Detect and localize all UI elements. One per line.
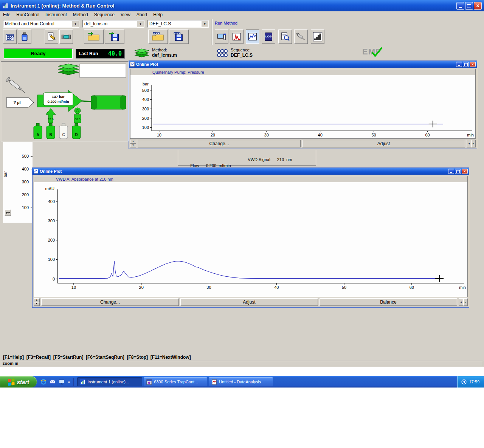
trapcontrol-task-icon: [146, 379, 152, 385]
minimize-button[interactable]: [456, 2, 464, 10]
maximize-button[interactable]: [465, 2, 473, 10]
clock: 17:59: [469, 380, 479, 384]
svg-text:40: 40: [318, 133, 323, 137]
pressure-chart[interactable]: 100200300400500102030405060barmin: [130, 76, 475, 138]
bottle-fill-button[interactable]: [18, 29, 31, 44]
plot1-change-button[interactable]: Change...: [138, 140, 301, 147]
svg-text:60: 60: [425, 133, 430, 137]
taskbar-task-instrument[interactable]: Instrument 1 (online)...: [77, 377, 142, 386]
save-sequence-icon: [171, 31, 186, 42]
online-plot-button[interactable]: [246, 29, 259, 44]
spin-down-icon[interactable]: ▼: [130, 144, 136, 147]
solvent-bottle-d[interactable]: D: [72, 123, 81, 139]
taskbar-task-dataanalysis[interactable]: Untitled - DataAnalysis: [209, 377, 273, 386]
internet-explorer-icon[interactable]: [40, 379, 47, 385]
plot1-xscroll-spinner[interactable]: ◄ ►: [467, 140, 476, 147]
spin-down-icon[interactable]: ▼: [34, 302, 40, 306]
menu-sequence[interactable]: Sequence: [91, 12, 118, 18]
sample-tray-button[interactable]: [3, 29, 17, 44]
report-preview-button[interactable]: [278, 29, 292, 44]
menu-runcontrol[interactable]: RunControl: [13, 12, 42, 18]
column-settings-button[interactable]: [59, 29, 73, 44]
bottle-c-label: C: [62, 133, 65, 137]
view-selector-dropdown-icon[interactable]: ▼: [72, 20, 79, 27]
plot1-close-button[interactable]: ×: [470, 62, 476, 67]
plot2-xscroll-spinner[interactable]: ◄ ►: [459, 298, 468, 306]
gradient-button[interactable]: [311, 29, 324, 44]
online-plot-window-icon: [130, 62, 135, 67]
spin-right-icon[interactable]: ►: [463, 298, 468, 306]
sequence-selector-value: DEF_LC.S: [149, 21, 171, 26]
sequence-tray-icon[interactable]: [216, 48, 228, 58]
ready-status[interactable]: Ready: [4, 48, 73, 59]
start-button[interactable]: start: [0, 376, 37, 388]
solvent-bottle-a[interactable]: A: [34, 123, 42, 139]
spin-up-icon[interactable]: ▲: [130, 140, 136, 144]
close-button[interactable]: ×: [474, 2, 482, 10]
load-method-button[interactable]: [84, 29, 104, 44]
spin-up-icon[interactable]: ▲: [34, 298, 40, 302]
emf-indicator[interactable]: EMF: [362, 47, 386, 59]
chemstation-window: Instrument 1 (online): Method & Run Cont…: [0, 0, 484, 367]
vwd-chart[interactable]: 0100200300400102030405060mAUmin: [34, 183, 467, 297]
plot2-balance-button[interactable]: Balance: [320, 298, 457, 306]
solvent-bottle-b[interactable]: B: [47, 123, 55, 139]
plot1-maximize-button[interactable]: [463, 62, 469, 67]
method-selector[interactable]: def_lcms.m ▼: [82, 20, 144, 28]
plot2-change-button[interactable]: Change...: [41, 298, 179, 306]
menu-view[interactable]: View: [118, 12, 133, 18]
menu-bar: File RunControl Instrument Method Sequen…: [0, 11, 484, 18]
method-book-icon[interactable]: [133, 47, 150, 58]
function-key-hints: [F1=Help] [F3=Recall] [F5=StartRun] [F6=…: [3, 355, 191, 360]
spectra-button[interactable]: [230, 29, 244, 44]
valve-icon: [74, 108, 81, 114]
spin-right-icon[interactable]: ►: [471, 140, 476, 147]
solvent-bottle-c[interactable]: C: [59, 123, 68, 139]
spin-left-icon[interactable]: ◄: [467, 140, 471, 147]
plot1-minimize-button[interactable]: [456, 62, 462, 67]
background-pressure-plot: bar 500 400 300 200 100: [3, 142, 33, 223]
online-plot-window-vwd: Online Plot × VWD A: Absorbance at 210 n…: [32, 167, 469, 308]
x-scale-button[interactable]: [5, 209, 11, 216]
plot2-adjust-button[interactable]: Adjust: [180, 298, 318, 306]
plot2-titlebar[interactable]: Online Plot ×: [33, 168, 469, 175]
run-sample-button[interactable]: [215, 29, 228, 44]
sequence-selector-dropdown-icon[interactable]: ▼: [201, 20, 208, 27]
menu-method[interactable]: Method: [70, 12, 91, 18]
svg-text:20: 20: [211, 133, 215, 137]
plot2-close-button[interactable]: ×: [462, 169, 468, 174]
axis-tick-mark: [31, 156, 33, 157]
plot2-maximize-button[interactable]: [455, 169, 461, 174]
menu-help[interactable]: Help: [150, 12, 166, 18]
plot1-titlebar[interactable]: Online Plot ×: [129, 61, 477, 68]
save-sequence-button[interactable]: [169, 29, 189, 44]
view-selector[interactable]: Method and Run Control ▼: [3, 20, 79, 28]
plot2-minimize-button[interactable]: [448, 169, 454, 174]
load-sequence-button[interactable]: [148, 29, 168, 44]
menu-instrument[interactable]: Instrument: [42, 12, 70, 18]
show-desktop-icon[interactable]: [59, 379, 65, 385]
logbook-button[interactable]: LOG: [262, 29, 275, 44]
online-plot-icon: [247, 31, 258, 42]
plot1-yscale-spinner[interactable]: ▲ ▼: [130, 140, 136, 147]
instrument-status-row: Ready Last Run 40.0 Method: def_lcms.m S…: [0, 46, 484, 60]
menu-abort[interactable]: Abort: [133, 12, 150, 18]
status-message: zoom in: [3, 361, 19, 366]
hide-icons-button[interactable]: [461, 379, 467, 384]
title-bar[interactable]: Instrument 1 (online): Method & Run Cont…: [0, 0, 484, 11]
taskbar-task-trapcontrol[interactable]: 6300 Series TrapCont...: [144, 377, 207, 386]
save-method-button[interactable]: [105, 29, 124, 44]
minimize-icon: [459, 7, 462, 8]
spin-left-icon[interactable]: ◄: [459, 298, 463, 306]
overflow-chevron-icon[interactable]: »: [68, 380, 70, 384]
plot1-adjust-button[interactable]: Adjust: [302, 140, 465, 147]
menu-file[interactable]: File: [0, 12, 13, 18]
instrument-diagram[interactable]: ? µl 137 bar 0.200 ml/min 32.0 68.0 A: [1, 62, 127, 140]
svg-text:400: 400: [142, 97, 149, 102]
outlook-express-icon[interactable]: [50, 379, 56, 385]
inject-button[interactable]: [294, 29, 308, 44]
plot2-yscale-spinner[interactable]: ▲ ▼: [34, 298, 40, 306]
method-selector-dropdown-icon[interactable]: ▼: [137, 20, 144, 27]
sequence-selector[interactable]: DEF_LC.S ▼: [147, 20, 209, 28]
edit-method-button[interactable]: [45, 29, 58, 44]
